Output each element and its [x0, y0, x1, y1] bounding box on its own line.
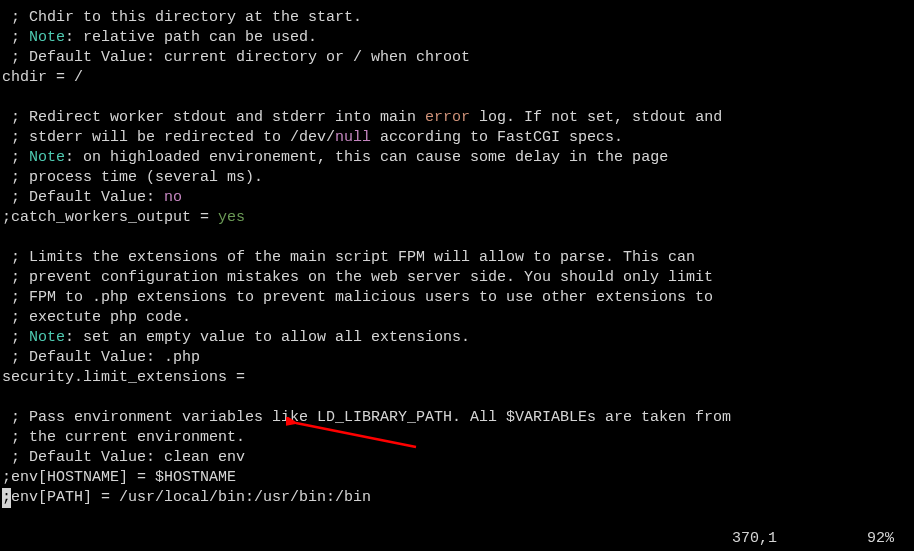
comment-text: ; Chdir to this directory at the start.: [2, 9, 362, 26]
code-line: ; the current environment.: [2, 428, 914, 448]
null-keyword: null: [335, 129, 371, 146]
comment-text: : relative path can be used.: [65, 29, 317, 46]
comment-text: ; Redirect worker stdout and stderr into…: [2, 109, 425, 126]
comment-text: according to FastCGI specs.: [371, 129, 623, 146]
comment-text: ; Pass environment variables like LD_LIB…: [2, 409, 731, 426]
code-line: ; FPM to .php extensions to prevent mali…: [2, 288, 914, 308]
config-directive: chdir = /: [2, 69, 83, 86]
code-line: security.limit_extensions =: [2, 368, 914, 388]
note-keyword: Note: [29, 329, 65, 346]
config-directive: security.limit_extensions =: [2, 369, 245, 386]
comment-text: : on highloaded environement, this can c…: [65, 149, 668, 166]
comment-text: ; process time (several ms).: [2, 169, 263, 186]
config-directive: ;env[HOSTNAME] = $HOSTNAME: [2, 469, 236, 486]
code-line: ; Note: on highloaded environement, this…: [2, 148, 914, 168]
comment-text: ; stderr will be redirected to /dev/: [2, 129, 335, 146]
config-directive: env[PATH] = /usr/local/bin:/usr/bin:/bin: [11, 489, 371, 506]
code-line: ; Redirect worker stdout and stderr into…: [2, 108, 914, 128]
code-line: ; Chdir to this directory at the start.: [2, 8, 914, 28]
code-line: ; Note: relative path can be used.: [2, 28, 914, 48]
code-line: ; Limits the extensions of the main scri…: [2, 248, 914, 268]
code-line: [2, 88, 914, 108]
code-line: ; process time (several ms).: [2, 168, 914, 188]
code-line: ;env[HOSTNAME] = $HOSTNAME: [2, 468, 914, 488]
code-line: ; Default Value: clean env: [2, 448, 914, 468]
code-line: chdir = /: [2, 68, 914, 88]
cursor: ;: [2, 488, 11, 508]
code-line: ; Note: set an empty value to allow all …: [2, 328, 914, 348]
cursor-position: 370,1: [732, 529, 777, 549]
comment-text: ; Default Value: current directory or / …: [2, 49, 470, 66]
comment-text: ; exectute php code.: [2, 309, 191, 326]
comment-text: ; Default Value:: [2, 189, 164, 206]
error-keyword: error: [425, 109, 470, 126]
comment-prefix: ;: [2, 149, 29, 166]
comment-text: ; Default Value: .php: [2, 349, 200, 366]
comment-text: : set an empty value to allow all extens…: [65, 329, 470, 346]
comment-text: log. If not set, stdout and: [470, 109, 722, 126]
comment-text: ; Limits the extensions of the main scri…: [2, 249, 695, 266]
code-line: ; Pass environment variables like LD_LIB…: [2, 408, 914, 428]
code-line: [2, 388, 914, 408]
config-directive: ;catch_workers_output =: [2, 209, 218, 226]
comment-text: ; prevent configuration mistakes on the …: [2, 269, 713, 286]
no-keyword: no: [164, 189, 182, 206]
code-line: ;catch_workers_output = yes: [2, 208, 914, 228]
comment-text: ; the current environment.: [2, 429, 245, 446]
code-line: ; Default Value: .php: [2, 348, 914, 368]
code-line: ; stderr will be redirected to /dev/null…: [2, 128, 914, 148]
comment-prefix: ;: [2, 29, 29, 46]
comment-prefix: ;: [2, 329, 29, 346]
comment-text: ; Default Value: clean env: [2, 449, 245, 466]
yes-keyword: yes: [218, 209, 245, 226]
status-bar: 370,1 92%: [0, 529, 914, 549]
comment-text: ; FPM to .php extensions to prevent mali…: [2, 289, 713, 306]
note-keyword: Note: [29, 29, 65, 46]
note-keyword: Note: [29, 149, 65, 166]
code-line: [2, 228, 914, 248]
code-line: ; Default Value: current directory or / …: [2, 48, 914, 68]
code-line: ; prevent configuration mistakes on the …: [2, 268, 914, 288]
code-line: ; Default Value: no: [2, 188, 914, 208]
scroll-percent: 92%: [867, 529, 894, 549]
code-line: ; exectute php code.: [2, 308, 914, 328]
code-line: ;env[PATH] = /usr/local/bin:/usr/bin:/bi…: [2, 488, 914, 508]
